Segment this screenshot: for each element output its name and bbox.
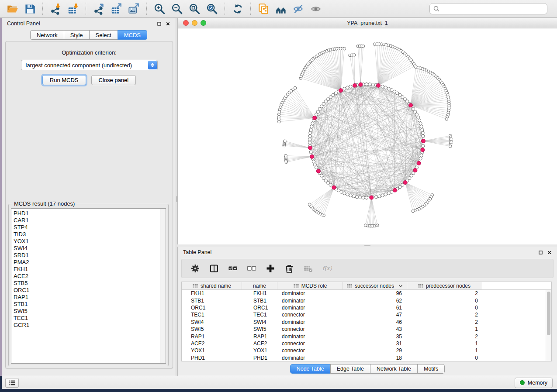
tab-network-table[interactable]: Network Table bbox=[370, 364, 418, 374]
list-icon bbox=[8, 379, 16, 387]
fit-content-button[interactable] bbox=[186, 1, 203, 16]
mcds-node-item[interactable]: YOX1 bbox=[14, 238, 166, 245]
mcds-node-item[interactable]: STB5 bbox=[14, 280, 166, 287]
table-row[interactable]: ACE2ACE2connector311 bbox=[182, 340, 551, 347]
tab-mcds[interactable]: MCDS bbox=[118, 30, 147, 40]
run-mcds-button[interactable]: Run MCDS bbox=[42, 75, 86, 85]
hide-selected-button[interactable] bbox=[290, 1, 307, 16]
panel-list-button[interactable] bbox=[5, 378, 19, 388]
delete-column-button[interactable] bbox=[284, 263, 295, 274]
table-row[interactable]: SWI5SWI5connector431 bbox=[182, 326, 551, 333]
mcds-node-item[interactable]: ACE2 bbox=[14, 273, 166, 280]
first-neighbors-icon bbox=[275, 3, 287, 15]
network-canvas[interactable] bbox=[178, 28, 557, 244]
add-column-button[interactable] bbox=[265, 263, 276, 274]
tab-node-table[interactable]: Node Table bbox=[290, 364, 331, 374]
table-row[interactable]: PHD1PHD1dominator180 bbox=[182, 354, 551, 361]
mcds-node-item[interactable]: PHD1 bbox=[14, 210, 166, 217]
cytoscape-window: Control Panel NetworkStyleSelectMCDS Opt… bbox=[0, 0, 557, 392]
table-row[interactable]: TEC1TEC1connector472 bbox=[182, 311, 551, 318]
table-row[interactable]: YOX1YOX1connector291 bbox=[182, 347, 551, 354]
table-settings-icon bbox=[190, 264, 200, 273]
search-input[interactable] bbox=[442, 6, 544, 12]
table-body: FKH1FKH1dominator962STB1STB1dominator620… bbox=[182, 290, 551, 361]
toggle-columns-button[interactable] bbox=[208, 263, 220, 274]
mcds-node-item[interactable]: RAP1 bbox=[14, 294, 166, 301]
mcds-node-item[interactable]: FKH1 bbox=[14, 266, 166, 273]
export-table-icon bbox=[111, 3, 122, 15]
tab-edge-table[interactable]: Edge Table bbox=[330, 364, 370, 374]
tab-style[interactable]: Style bbox=[64, 30, 90, 40]
mcds-node-item[interactable]: STB1 bbox=[14, 301, 166, 308]
first-neighbors-button[interactable] bbox=[272, 1, 290, 16]
close-window-icon[interactable] bbox=[166, 21, 170, 26]
mcds-node-item[interactable]: SWI5 bbox=[14, 308, 166, 315]
toggle-columns-icon bbox=[209, 264, 219, 273]
mcds-node-item[interactable]: PMA2 bbox=[14, 259, 166, 266]
export-image-button[interactable] bbox=[125, 1, 142, 16]
mcds-node-item[interactable]: SWI4 bbox=[14, 245, 166, 252]
cell-predecessor_nodes: 1 bbox=[407, 326, 481, 332]
criterion-dropdown[interactable]: largest connected component (undirected) bbox=[21, 60, 158, 70]
toolbar-separator bbox=[86, 3, 86, 15]
mcds-node-item[interactable]: GCR1 bbox=[14, 322, 166, 329]
network-window-titlebar: YPA_prune.txt_1 bbox=[178, 18, 557, 28]
scrollbar-thumb[interactable] bbox=[547, 292, 550, 335]
import-table-button[interactable] bbox=[64, 1, 82, 16]
tab-motifs[interactable]: Motifs bbox=[417, 364, 445, 374]
duplicate-network-button[interactable] bbox=[255, 1, 272, 16]
table-row[interactable]: ORC1ORC1dominator610 bbox=[182, 304, 551, 311]
window-close-button[interactable] bbox=[183, 20, 189, 26]
show-all-button[interactable] bbox=[307, 1, 325, 16]
import-network-button[interactable] bbox=[47, 1, 64, 16]
zoom-selected-button[interactable] bbox=[203, 1, 221, 16]
close-panel-button[interactable]: Close panel bbox=[91, 75, 136, 85]
deselect-all-rows-button[interactable] bbox=[246, 263, 257, 274]
table-row[interactable]: STB1STB1dominator620 bbox=[182, 297, 551, 304]
tab-select[interactable]: Select bbox=[89, 30, 118, 40]
table-row[interactable]: FKH1FKH1dominator962 bbox=[182, 290, 551, 297]
function-builder-icon bbox=[322, 264, 332, 273]
mcds-node-item[interactable]: SRD1 bbox=[14, 252, 166, 259]
table-panel-title: Table Panel bbox=[183, 249, 211, 255]
window-minimize-button[interactable] bbox=[192, 20, 197, 26]
column-type-icon bbox=[293, 283, 299, 289]
network-svg[interactable] bbox=[178, 28, 557, 244]
mcds-node-item[interactable]: STP4 bbox=[14, 224, 166, 231]
mcds-node-item[interactable]: CAR1 bbox=[14, 217, 166, 224]
close-window-icon[interactable] bbox=[547, 250, 552, 255]
table-scrollbar[interactable] bbox=[546, 290, 551, 361]
export-network-button[interactable] bbox=[90, 1, 107, 16]
zoom-out-button[interactable] bbox=[168, 1, 186, 16]
column-header-successor-nodes[interactable]: successor nodes bbox=[343, 282, 407, 289]
optimization-criterion-label: Optimization criterion: bbox=[6, 49, 173, 56]
export-table-button[interactable] bbox=[107, 1, 125, 16]
memory-button[interactable]: Memory bbox=[515, 378, 553, 388]
table-row[interactable]: RAP1RAP1dominator352 bbox=[182, 333, 551, 340]
save-session-button[interactable] bbox=[21, 1, 38, 16]
import-network-icon bbox=[50, 3, 62, 15]
window-zoom-button[interactable] bbox=[201, 20, 206, 26]
tab-network[interactable]: Network bbox=[30, 30, 64, 40]
cell-successor_nodes: 18 bbox=[343, 355, 407, 361]
mcds-result-list[interactable]: PHD1CAR1STP4TID3YOX1SWI4SRD1PMA2FKH1ACE2… bbox=[11, 208, 166, 364]
table-row[interactable]: SWI4SWI4dominator462 bbox=[182, 319, 551, 326]
table-settings-button[interactable] bbox=[190, 263, 201, 274]
zoom-in-button[interactable] bbox=[151, 1, 168, 16]
column-header-mcds-role[interactable]: MCDS role bbox=[277, 282, 343, 289]
zoom-out-icon bbox=[171, 3, 183, 15]
column-header-shared-name[interactable]: shared name bbox=[182, 282, 242, 289]
column-header-predecessor-nodes[interactable]: predecessor nodes bbox=[407, 282, 481, 289]
mcds-node-item[interactable]: TEC1 bbox=[14, 315, 166, 322]
result-list-scrollbar[interactable] bbox=[160, 209, 166, 363]
select-all-rows-button[interactable] bbox=[227, 263, 239, 274]
control-panel-titlebar: Control Panel bbox=[2, 18, 176, 29]
column-header-name[interactable]: name bbox=[242, 282, 277, 289]
mcds-result-group: MCDS result (17 nodes) PHD1CAR1STP4TID3Y… bbox=[8, 204, 169, 366]
mcds-node-item[interactable]: ORC1 bbox=[14, 287, 166, 294]
mcds-node-item[interactable]: TID3 bbox=[14, 231, 166, 238]
float-window-icon[interactable] bbox=[538, 250, 543, 255]
refresh-button[interactable] bbox=[229, 1, 246, 16]
float-window-icon[interactable] bbox=[157, 21, 162, 26]
open-file-button[interactable] bbox=[3, 1, 21, 16]
